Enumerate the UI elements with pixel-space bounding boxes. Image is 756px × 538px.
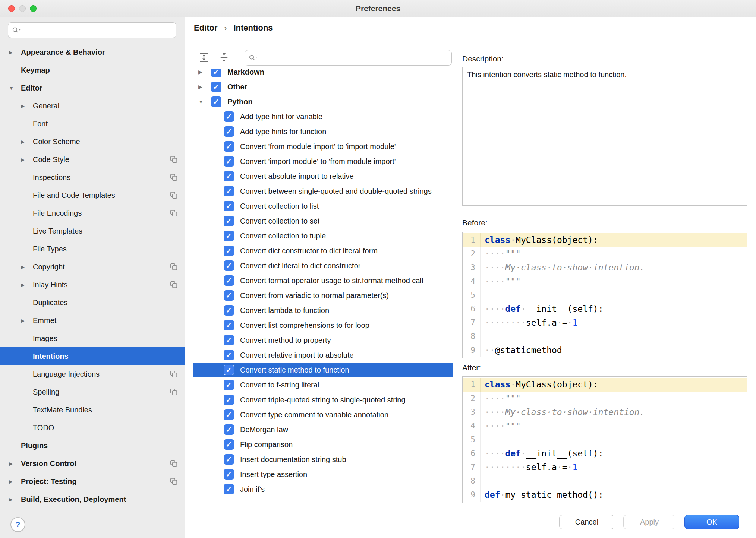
checkbox[interactable]: ✓ xyxy=(224,186,234,196)
intention-row-convert-collection-to-set[interactable]: ✓Convert collection to set xyxy=(193,213,453,228)
intention-row-convert-between-single-quoted-and-double-quoted-strings[interactable]: ✓Convert between single-quoted and doubl… xyxy=(193,184,453,199)
sidebar-item-build-execution-deployment[interactable]: ▶Build, Execution, Deployment xyxy=(0,490,185,508)
chevron-right-icon[interactable]: ▶ xyxy=(21,103,33,109)
sidebar-item-live-templates[interactable]: Live Templates xyxy=(0,222,185,240)
sidebar-item-duplicates[interactable]: Duplicates xyxy=(0,294,185,311)
intention-row-join-if-s[interactable]: ✓Join if's xyxy=(193,482,453,496)
checkbox[interactable]: ✓ xyxy=(224,424,234,435)
intention-row-add-type-hints-for-function[interactable]: ✓Add type hints for function xyxy=(193,124,453,139)
checkbox[interactable]: ✓ xyxy=(224,469,234,480)
checkbox[interactable]: ✓ xyxy=(224,335,234,345)
checkbox[interactable]: ✓ xyxy=(224,231,234,241)
sidebar-item-textmate-bundles[interactable]: TextMate Bundles xyxy=(0,401,185,419)
sidebar-item-language-injections[interactable]: Language Injections xyxy=(0,365,185,383)
sidebar-item-inlay-hints[interactable]: ▶Inlay Hints xyxy=(0,276,185,294)
checkbox[interactable]: ✓ xyxy=(224,395,234,405)
collapse-all-icon[interactable] xyxy=(218,52,230,63)
intention-row-convert-absolute-import-to-relative[interactable]: ✓Convert absolute import to relative xyxy=(193,169,453,184)
intention-row-insert-documentation-string-stub[interactable]: ✓Insert documentation string stub xyxy=(193,452,453,467)
intention-row-convert-import-module-to-from-module-import[interactable]: ✓Convert 'import module' to 'from module… xyxy=(193,154,453,169)
sidebar-item-emmet[interactable]: ▶Emmet xyxy=(0,311,185,329)
intention-row-convert-lambda-to-function[interactable]: ✓Convert lambda to function xyxy=(193,303,453,318)
chevron-right-icon[interactable]: ▶ xyxy=(9,479,21,484)
sidebar-item-copyright[interactable]: ▶Copyright xyxy=(0,258,185,276)
intention-row-convert-format-operator-usage-to-str-format-method-call[interactable]: ✓Convert format operator usage to str.fo… xyxy=(193,273,453,288)
sidebar-item-images[interactable]: Images xyxy=(0,329,185,347)
checkbox[interactable]: ✓ xyxy=(224,290,234,301)
intention-row-convert-dict-literal-to-dict-constructor[interactable]: ✓Convert dict literal to dict constructo… xyxy=(193,258,453,273)
chevron-right-icon[interactable]: ▶ xyxy=(21,139,33,145)
sidebar-item-general[interactable]: ▶General xyxy=(0,97,185,115)
intention-row-convert-dict-constructor-to-dict-literal-form[interactable]: ✓Convert dict constructor to dict litera… xyxy=(193,243,453,258)
chevron-right-icon[interactable]: ▶ xyxy=(21,157,33,162)
sidebar-item-spelling[interactable]: Spelling xyxy=(0,383,185,401)
sidebar-item-appearance-behavior[interactable]: ▶Appearance & Behavior xyxy=(0,43,185,61)
sidebar-item-font[interactable]: Font xyxy=(0,115,185,133)
checkbox[interactable]: ✓ xyxy=(224,320,234,330)
checkbox[interactable]: ✓ xyxy=(211,82,221,92)
ok-button[interactable]: OK xyxy=(684,515,739,529)
sidebar-search-input[interactable] xyxy=(24,26,172,34)
checkbox[interactable]: ✓ xyxy=(224,484,234,494)
cancel-button[interactable]: Cancel xyxy=(559,515,614,529)
checkbox[interactable]: ✓ xyxy=(224,380,234,390)
sidebar-item-file-types[interactable]: File Types xyxy=(0,240,185,258)
chevron-right-icon[interactable]: ▶ xyxy=(198,69,211,75)
intention-row-markdown[interactable]: ▶✓Markdown xyxy=(193,69,453,79)
intention-row-add-type-hint-for-variable[interactable]: ✓Add type hint for variable xyxy=(193,109,453,124)
sidebar-item-editor[interactable]: ▼Editor xyxy=(0,79,185,97)
sidebar-item-color-scheme[interactable]: ▶Color Scheme xyxy=(0,133,185,151)
intention-row-other[interactable]: ▶✓Other xyxy=(193,79,453,94)
close-window-button[interactable] xyxy=(8,5,15,12)
checkbox[interactable]: ✓ xyxy=(224,275,234,286)
sidebar-item-version-control[interactable]: ▶Version Control xyxy=(0,455,185,472)
help-button[interactable]: ? xyxy=(10,517,25,532)
intention-row-python[interactable]: ▼✓Python xyxy=(193,94,453,109)
checkbox[interactable]: ✓ xyxy=(224,350,234,360)
breadcrumb-editor[interactable]: Editor xyxy=(194,23,218,32)
intentions-search-box[interactable] xyxy=(245,50,452,66)
intention-row-convert-static-method-to-function[interactable]: ✓Convert static method to function xyxy=(193,363,453,377)
sidebar-item-file-encodings[interactable]: File Encodings xyxy=(0,204,185,222)
checkbox[interactable]: ✓ xyxy=(224,409,234,420)
sidebar-search-box[interactable] xyxy=(8,22,176,38)
sidebar-item-inspections[interactable]: Inspections xyxy=(0,168,185,186)
checkbox[interactable]: ✓ xyxy=(224,305,234,316)
sidebar-item-file-and-code-templates[interactable]: File and Code Templates xyxy=(0,186,185,204)
chevron-right-icon[interactable]: ▶ xyxy=(21,264,33,270)
checkbox[interactable]: ✓ xyxy=(224,111,234,122)
checkbox[interactable]: ✓ xyxy=(224,156,234,167)
checkbox[interactable]: ✓ xyxy=(224,216,234,226)
checkbox[interactable]: ✓ xyxy=(224,260,234,271)
sidebar-item-intentions[interactable]: Intentions xyxy=(0,347,185,365)
intention-row-convert-list-comprehensions-to-for-loop[interactable]: ✓Convert list comprehensions to for loop xyxy=(193,318,453,333)
intention-row-convert-collection-to-list[interactable]: ✓Convert collection to list xyxy=(193,199,453,213)
intention-row-insert-type-assertion[interactable]: ✓Insert type assertion xyxy=(193,467,453,482)
checkbox[interactable]: ✓ xyxy=(224,246,234,256)
intentions-search-input[interactable] xyxy=(261,54,448,62)
expand-all-icon[interactable] xyxy=(198,52,210,63)
intention-row-convert-relative-import-to-absolute[interactable]: ✓Convert relative import to absolute xyxy=(193,348,453,363)
chevron-down-icon[interactable]: ▼ xyxy=(9,85,21,91)
checkbox[interactable]: ✓ xyxy=(224,454,234,465)
checkbox[interactable]: ✓ xyxy=(224,126,234,137)
checkbox[interactable]: ✓ xyxy=(224,439,234,450)
sidebar-item-todo[interactable]: TODO xyxy=(0,419,185,437)
chevron-right-icon[interactable]: ▶ xyxy=(9,497,21,502)
intention-row-convert-to-f-string-literal[interactable]: ✓Convert to f-string literal xyxy=(193,377,453,392)
intention-row-flip-comparison[interactable]: ✓Flip comparison xyxy=(193,437,453,452)
sidebar-item-project-testing[interactable]: ▶Project: Testing xyxy=(0,472,185,490)
checkbox[interactable]: ✓ xyxy=(224,171,234,181)
chevron-down-icon[interactable]: ▼ xyxy=(198,99,211,105)
checkbox[interactable]: ✓ xyxy=(224,365,234,375)
checkbox[interactable]: ✓ xyxy=(224,201,234,211)
intention-row-convert-from-variadic-to-normal-parameter-s[interactable]: ✓Convert from variadic to normal paramet… xyxy=(193,288,453,303)
chevron-right-icon[interactable]: ▶ xyxy=(9,461,21,466)
checkbox[interactable]: ✓ xyxy=(211,96,221,107)
intention-row-demorgan-law[interactable]: ✓DeMorgan law xyxy=(193,422,453,437)
intention-row-convert-method-to-property[interactable]: ✓Convert method to property xyxy=(193,333,453,348)
sidebar-item-code-style[interactable]: ▶Code Style xyxy=(0,151,185,168)
intention-row-convert-type-comment-to-variable-annotation[interactable]: ✓Convert type comment to variable annota… xyxy=(193,407,453,422)
zoom-window-button[interactable] xyxy=(30,5,37,12)
checkbox[interactable]: ✓ xyxy=(224,141,234,152)
